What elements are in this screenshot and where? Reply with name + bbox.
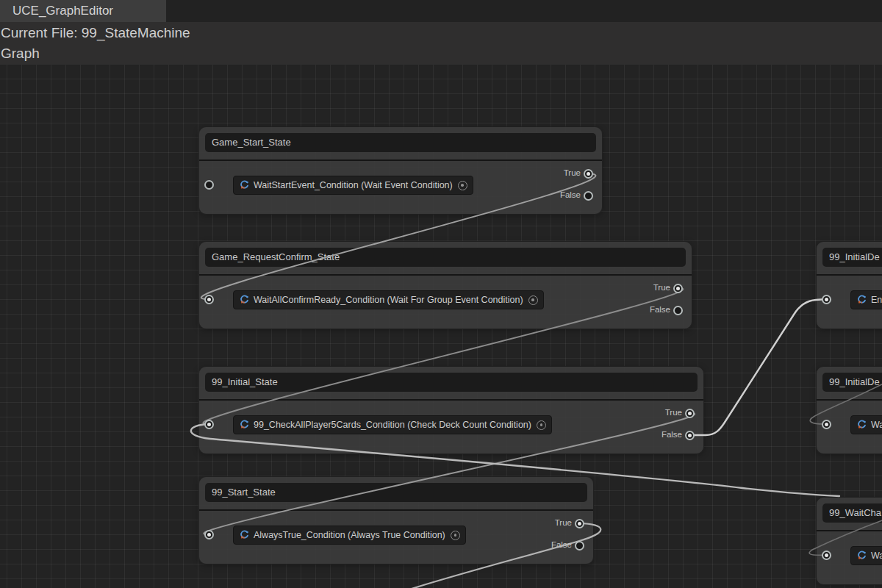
tab-bar: UCE_GraphEditor (0, 0, 882, 22)
settings-icon[interactable] (451, 531, 460, 540)
node-divider (199, 159, 602, 161)
condition-label: Wa (871, 420, 882, 430)
port-input[interactable] (822, 295, 831, 304)
script-icon (856, 420, 867, 430)
tab-uce-grapheditor[interactable]: UCE_GraphEditor (0, 0, 166, 22)
script-icon (239, 530, 249, 540)
port-false[interactable] (685, 431, 695, 440)
port-input[interactable] (204, 295, 214, 304)
state-node[interactable]: 99_Start_StateAlwaysTrue_Condition (Alwa… (198, 476, 594, 564)
subheader: Current File: 99_StateMachine Graph (0, 22, 882, 65)
port-input[interactable] (204, 180, 214, 190)
script-icon (856, 295, 867, 305)
editor-header: UCE_GraphEditor Current File: 99_StateMa… (0, 0, 882, 65)
script-icon (239, 420, 249, 430)
settings-icon[interactable] (458, 181, 467, 190)
node-title-bar[interactable]: 99_InitialDe (822, 373, 882, 392)
settings-icon[interactable] (537, 420, 546, 430)
node-divider (199, 399, 703, 401)
node-title-bar[interactable]: 99_Start_State (205, 483, 587, 502)
graph-section-label: Graph (1, 46, 40, 62)
port-true[interactable] (673, 284, 683, 293)
port-true[interactable] (685, 409, 695, 418)
state-node[interactable]: 99_Initial_State99_CheckAllPlayer5Cards_… (198, 366, 704, 454)
condition-label: WaitStartEvent_Condition (Wait Event Con… (254, 180, 453, 190)
state-node[interactable]: Game_Start_StateWaitStartEvent_Condition… (198, 126, 603, 215)
port-input[interactable] (822, 551, 831, 560)
condition-row[interactable]: WaitAllConfirmReady_Condition (Wait For … (233, 290, 544, 309)
condition-row[interactable]: Wa (850, 415, 882, 434)
script-icon (856, 551, 867, 561)
condition-label: 99_CheckAllPlayer5Cards_Condition (Check… (254, 420, 531, 430)
condition-label: End (871, 295, 882, 305)
condition-label: WaitAllConfirmReady_Condition (Wait For … (254, 295, 523, 305)
port-false[interactable] (575, 541, 584, 551)
condition-row[interactable]: 99_CheckAllPlayer5Cards_Condition (Check… (233, 415, 552, 434)
node-title-bar[interactable]: Game_Start_State (205, 133, 596, 152)
script-icon (239, 180, 249, 190)
port-false[interactable] (584, 191, 593, 201)
port-input[interactable] (822, 420, 831, 429)
script-icon (239, 295, 249, 305)
node-divider (817, 530, 882, 531)
condition-row[interactable]: AlwaysTrue_Condition (Always True Condit… (233, 526, 466, 545)
condition-row[interactable]: End (850, 290, 882, 309)
node-title-bar[interactable]: 99_WaitCha (822, 503, 882, 523)
port-true[interactable] (575, 519, 584, 528)
node-divider (817, 399, 882, 401)
state-node[interactable]: 99_InitialDeEnd (816, 241, 882, 329)
condition-label: AlwaysTrue_Condition (Always True Condit… (254, 530, 445, 540)
current-file-label: Current File: 99_StateMachine (1, 25, 190, 41)
condition-row[interactable]: WaitStartEvent_Condition (Wait Event Con… (233, 176, 473, 195)
condition-label: Wa (871, 551, 882, 561)
node-divider (199, 274, 692, 276)
port-false[interactable] (673, 306, 683, 315)
node-divider (199, 509, 593, 511)
state-node[interactable]: 99_InitialDeWa (816, 366, 882, 454)
node-divider (817, 274, 882, 276)
port-input[interactable] (204, 420, 214, 429)
node-title-bar[interactable]: 99_InitialDe (822, 248, 882, 267)
node-title-bar[interactable]: 99_Initial_State (205, 373, 698, 392)
port-input[interactable] (204, 530, 214, 539)
settings-icon[interactable] (528, 295, 538, 305)
node-title-bar[interactable]: Game_RequestConfirm_State (205, 248, 686, 267)
port-true[interactable] (584, 169, 593, 179)
condition-row[interactable]: Wa (850, 546, 882, 565)
graph-canvas[interactable]: Game_Start_StateWaitStartEvent_Condition… (0, 0, 882, 588)
state-node[interactable]: Game_RequestConfirm_StateWaitAllConfirmR… (198, 241, 692, 329)
state-node[interactable]: 99_WaitChaWa (816, 497, 882, 585)
